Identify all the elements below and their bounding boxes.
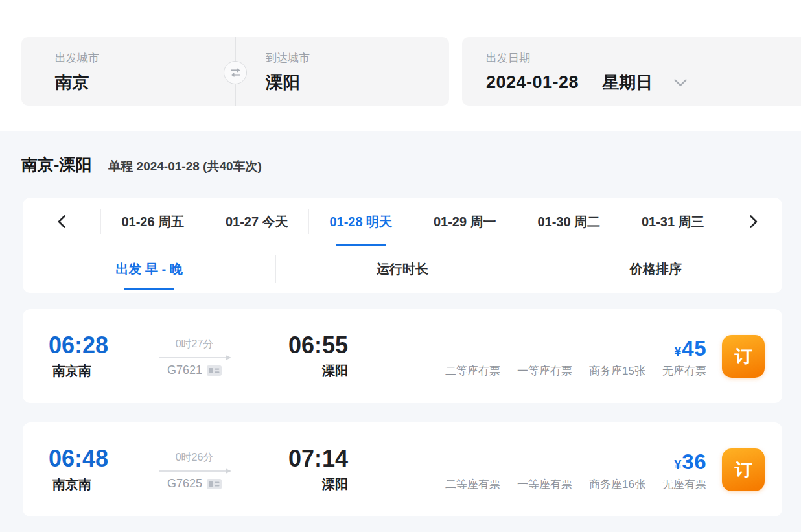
results-section: 南京-溧阳 单程 2024-01-28 (共40车次) 01-26 周五 01-… [0,131,801,532]
train-row-g7621[interactable]: 06:28 南京南 0时27分 G7621 [23,309,782,403]
swap-cities-button[interactable] [224,61,247,84]
train-row-g7625[interactable]: 06:48 南京南 0时26分 G7625 [23,422,782,516]
from-city-label: 出发城市 [55,51,99,65]
seat-second-class: 二等座有票 [445,477,500,492]
chevron-left-icon [57,214,66,229]
departure-info: 06:28 南京南 [30,334,127,380]
currency-symbol: ¥ [674,344,681,359]
price-amount: 36 [682,450,706,474]
chevron-right-icon [749,214,758,229]
arrive-station: 溧阳 [283,362,387,380]
depart-time: 06:28 [30,334,127,357]
route-title: 南京-溧阳 [21,154,91,176]
train-search-page: 出发城市 南京 到达城市 溧阳 出发日期 2024-01-28 星期日 [0,0,801,532]
depart-date-weekday: 星期日 [602,71,653,94]
seat-availability: 二等座有票 一等座有票 商务座16张 无座有票 [445,477,706,492]
trip-meta: 单程 2024-01-28 (共40车次) [108,158,262,175]
route-summary: 南京-溧阳 单程 2024-01-28 (共40车次) [21,154,262,176]
price: ¥ 36 [674,450,706,474]
seat-first-class: 一等座有票 [517,477,572,492]
book-button[interactable]: 订 [722,335,765,378]
currency-symbol: ¥ [674,457,681,472]
depart-station: 南京南 [23,476,121,493]
from-city-value: 南京 [55,71,99,94]
date-tab-0129[interactable]: 01-29 周一 [413,198,517,246]
seat-second-class: 二等座有票 [445,364,500,378]
seat-standing: 无座有票 [662,364,706,378]
depart-time: 06:48 [30,447,127,470]
price: ¥ 45 [674,336,706,361]
id-card-icon[interactable] [207,479,222,489]
duration-label: 0时26分 [126,451,262,465]
sort-tab-duration[interactable]: 运行时长 [276,246,529,292]
arrive-station: 溧阳 [283,476,387,493]
journey-info: 0时27分 G7621 [126,338,262,377]
date-tab-bar: 01-26 周五 01-27 今天 01-28 明天 01-29 周一 01-3… [23,198,782,246]
from-city-field[interactable]: 出发城市 南京 [55,37,99,106]
sort-tab-price[interactable]: 价格排序 [529,246,782,292]
to-city-field[interactable]: 到达城市 溧阳 [266,37,310,106]
depart-date-label: 出发日期 [486,51,688,65]
arrival-info: 07:14 溧阳 [266,447,370,493]
book-button[interactable]: 订 [722,448,765,491]
arrive-time: 07:14 [266,447,370,470]
date-tab-0128-active[interactable]: 01-28 明天 [309,198,413,246]
chevron-down-icon [673,78,688,87]
seat-availability: 二等座有票 一等座有票 商务座15张 无座有票 [445,364,706,378]
price-amount: 45 [682,336,706,361]
journey-info: 0时26分 G7625 [126,451,262,491]
prev-dates-button[interactable] [23,198,100,246]
depart-date-value: 2024-01-28 [486,73,579,93]
departure-info: 06:48 南京南 [30,447,127,493]
train-number: G7625 [167,477,202,491]
date-tab-0126[interactable]: 01-26 周五 [101,198,205,246]
date-tab-0131[interactable]: 01-31 周三 [621,198,725,246]
city-search-panel: 出发城市 南京 到达城市 溧阳 [21,37,449,106]
seat-business-class: 商务座16张 [589,477,645,492]
swap-arrows-icon [229,67,242,78]
duration-label: 0时27分 [126,338,262,351]
to-city-value: 溧阳 [266,71,310,94]
date-search-panel[interactable]: 出发日期 2024-01-28 星期日 [462,37,801,106]
id-card-icon[interactable] [207,365,222,376]
date-tab-0130[interactable]: 01-30 周二 [517,198,621,246]
seat-first-class: 一等座有票 [517,364,572,378]
date-tab-0127[interactable]: 01-27 今天 [205,198,309,246]
sort-tab-depart-time[interactable]: 出发 早 - 晚 [23,246,275,292]
sort-tab-bar: 出发 早 - 晚 运行时长 价格排序 [23,246,782,292]
to-city-label: 到达城市 [266,51,310,65]
next-dates-button[interactable] [725,198,782,246]
seat-standing: 无座有票 [662,477,706,492]
arrive-time: 06:55 [266,334,370,357]
arrival-info: 06:55 溧阳 [266,334,370,380]
train-number: G7621 [167,364,202,377]
seat-business-class: 商务座15张 [589,364,645,378]
tabs-card: 01-26 周五 01-27 今天 01-28 明天 01-29 周一 01-3… [23,198,782,293]
route-arrow-line [159,470,230,472]
depart-station: 南京南 [23,362,121,380]
route-arrow-line [159,357,230,358]
